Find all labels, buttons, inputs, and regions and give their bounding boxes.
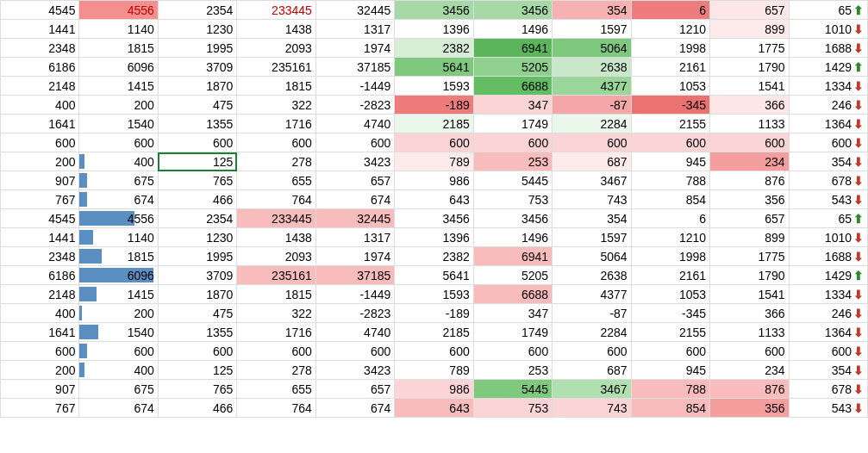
cell[interactable]: 2382 <box>395 247 473 266</box>
cell[interactable]: 1415 <box>79 77 158 96</box>
cell[interactable]: 767 <box>1 399 79 418</box>
cell[interactable]: 356 <box>710 399 789 418</box>
cell[interactable]: 1010⬇ <box>789 228 867 247</box>
cell[interactable]: 1429⬆ <box>789 266 867 285</box>
cell[interactable]: 600 <box>79 133 158 152</box>
cell[interactable]: 2148 <box>1 285 79 304</box>
cell[interactable]: 600 <box>631 342 709 361</box>
cell[interactable]: 643 <box>395 190 473 209</box>
cell[interactable]: 2348 <box>1 247 79 266</box>
cell[interactable]: 200 <box>1 152 79 171</box>
cell[interactable]: -345 <box>631 96 709 115</box>
cell[interactable]: 675 <box>79 171 158 190</box>
cell[interactable]: 4556 <box>79 1 158 20</box>
cell[interactable]: 1053 <box>631 77 709 96</box>
cell[interactable]: 234 <box>710 152 789 171</box>
cell[interactable]: 1230 <box>158 20 236 39</box>
cell[interactable]: 2354 <box>158 1 236 20</box>
cell[interactable]: 1355 <box>158 115 236 133</box>
cell[interactable]: 743 <box>553 399 631 418</box>
cell[interactable]: 600 <box>1 342 79 361</box>
cell[interactable]: 347 <box>473 96 552 115</box>
cell[interactable]: 899 <box>710 228 789 247</box>
cell[interactable]: 1974 <box>315 39 394 58</box>
cell[interactable]: 1441 <box>1 228 79 247</box>
cell[interactable]: 674 <box>79 399 158 418</box>
cell[interactable]: 1641 <box>1 323 79 342</box>
cell[interactable]: 600 <box>237 133 315 152</box>
cell[interactable]: 600 <box>395 342 473 361</box>
cell[interactable]: 1210 <box>631 228 709 247</box>
cell[interactable]: 1870 <box>158 285 236 304</box>
cell[interactable]: 1010⬇ <box>789 20 867 39</box>
cell[interactable]: 278 <box>237 152 315 171</box>
cell[interactable]: 1496 <box>473 20 552 39</box>
cell[interactable]: 675 <box>79 380 158 399</box>
cell[interactable]: 1995 <box>158 247 236 266</box>
cell[interactable]: 600 <box>473 133 552 152</box>
cell[interactable]: 354 <box>553 209 631 228</box>
cell[interactable]: 1441 <box>1 20 79 39</box>
cell[interactable]: 3456 <box>395 209 473 228</box>
cell[interactable]: 6 <box>631 209 709 228</box>
cell[interactable]: 743 <box>553 190 631 209</box>
cell[interactable]: 5445 <box>473 171 552 190</box>
cell[interactable]: -87 <box>553 304 631 323</box>
cell[interactable]: 125 <box>158 361 236 380</box>
cell[interactable]: 687 <box>553 361 631 380</box>
cell[interactable]: 1815 <box>237 77 315 96</box>
cell[interactable]: 5445 <box>473 380 552 399</box>
cell[interactable]: 1429⬆ <box>789 58 867 77</box>
cell[interactable]: 1364⬇ <box>789 115 867 133</box>
cell[interactable]: 3709 <box>158 58 236 77</box>
cell[interactable]: 1230 <box>158 228 236 247</box>
cell[interactable]: 4740 <box>315 115 394 133</box>
cell[interactable]: 234 <box>710 361 789 380</box>
cell[interactable]: 2638 <box>553 266 631 285</box>
cell[interactable]: 1317 <box>315 228 394 247</box>
cell[interactable]: 354 <box>553 1 631 20</box>
cell[interactable]: 1749 <box>473 115 552 133</box>
cell[interactable]: 5641 <box>395 58 473 77</box>
cell[interactable]: 1438 <box>237 20 315 39</box>
cell[interactable]: 600 <box>553 133 631 152</box>
spreadsheet-grid[interactable]: 4545455623542334453244534563456354665765… <box>0 0 868 418</box>
cell[interactable]: -345 <box>631 304 709 323</box>
cell[interactable]: 466 <box>158 190 236 209</box>
cell[interactable]: 233445 <box>237 1 315 20</box>
cell[interactable]: 1790 <box>710 58 789 77</box>
cell[interactable]: 6688 <box>473 285 552 304</box>
cell[interactable]: 643 <box>395 399 473 418</box>
cell[interactable]: 600 <box>395 133 473 152</box>
cell[interactable]: 907 <box>1 380 79 399</box>
cell[interactable]: 1133 <box>710 323 789 342</box>
cell[interactable]: 32445 <box>315 1 394 20</box>
cell[interactable]: 1438 <box>237 228 315 247</box>
cell[interactable]: -1449 <box>315 285 394 304</box>
cell[interactable]: 3423 <box>315 361 394 380</box>
cell[interactable]: 600 <box>158 133 236 152</box>
cell[interactable]: 657 <box>710 1 789 20</box>
cell[interactable]: 37185 <box>315 266 394 285</box>
cell[interactable]: 5064 <box>553 247 631 266</box>
cell[interactable]: 2638 <box>553 58 631 77</box>
cell[interactable]: 466 <box>158 399 236 418</box>
cell[interactable]: 1749 <box>473 323 552 342</box>
cell[interactable]: 2148 <box>1 77 79 96</box>
cell[interactable]: 765 <box>158 171 236 190</box>
cell[interactable]: 600 <box>473 342 552 361</box>
cell[interactable]: 253 <box>473 361 552 380</box>
cell[interactable]: 986 <box>395 171 473 190</box>
cell[interactable]: 235161 <box>237 266 315 285</box>
cell[interactable]: 600 <box>631 133 709 152</box>
cell[interactable]: 1496 <box>473 228 552 247</box>
cell[interactable]: 600 <box>237 342 315 361</box>
cell[interactable]: 1593 <box>395 285 473 304</box>
cell[interactable]: 3709 <box>158 266 236 285</box>
cell[interactable]: 6186 <box>1 58 79 77</box>
cell[interactable]: 1334⬇ <box>789 285 867 304</box>
cell[interactable]: 322 <box>237 96 315 115</box>
cell[interactable]: 600 <box>1 133 79 152</box>
cell[interactable]: 765 <box>158 380 236 399</box>
cell[interactable]: 753 <box>473 190 552 209</box>
